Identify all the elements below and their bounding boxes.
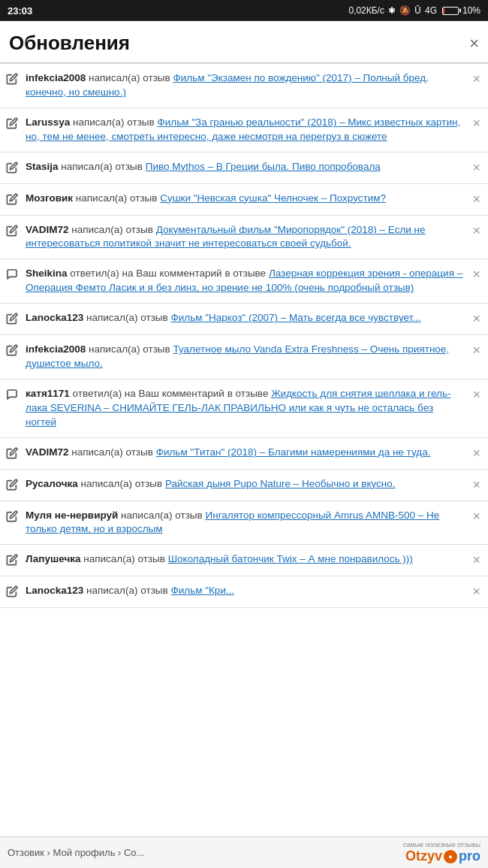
notif-author: Лапушечка <box>26 553 81 564</box>
list-item[interactable]: Sheikina ответил(а) на Ваш комментарий в… <box>0 259 488 304</box>
notif-author: Larussya <box>26 116 70 128</box>
list-item[interactable]: Мозговик написал(а) отзыв Сушки "Невская… <box>0 184 488 216</box>
reply-icon <box>6 268 21 283</box>
reply-icon <box>6 389 21 403</box>
page-title: Обновления <box>9 32 130 55</box>
notif-author: Lanocka123 <box>26 585 83 596</box>
carrier-label: 4G <box>425 5 437 16</box>
notif-action: ответил(а) на Ваш комментарий в отзыве <box>70 388 271 399</box>
list-item[interactable]: Муля не-нервируй написал(а) отзыв Ингаля… <box>0 501 488 546</box>
notif-author: VADIM72 <box>26 224 69 235</box>
notif-author: infekcia2008 <box>26 72 86 83</box>
notif-content: Lanocka123 написал(а) отзыв Фильм "Кри..… <box>26 584 465 598</box>
notif-action: написал(а) отзыв <box>83 585 170 596</box>
dismiss-button[interactable]: × <box>469 161 480 174</box>
edit-icon <box>6 510 21 525</box>
edit-icon <box>6 162 21 176</box>
dismiss-button[interactable]: × <box>469 388 480 401</box>
notif-action: написал(а) отзыв <box>69 224 156 235</box>
notif-author: Муля не-нервируй <box>26 510 118 521</box>
logo-area: самые полезные отзывы Otzyv ● pro <box>403 841 480 864</box>
notif-link[interactable]: Райская дыня Pupo Nature – Необычно и вк… <box>165 478 396 489</box>
list-item[interactable]: Русалочка написал(а) отзыв Райская дыня … <box>0 470 488 501</box>
list-item[interactable]: Lanocka123 написал(а) отзыв Фильм "Нарко… <box>0 304 488 335</box>
bluetooth-icon: ✱ <box>388 5 396 16</box>
notif-author: infekcia2008 <box>26 343 86 355</box>
edit-icon <box>6 585 21 600</box>
notif-link[interactable]: Пиво Mythos – В Греции была. Пиво попроб… <box>146 161 381 172</box>
logo-pro-text: pro <box>459 848 480 864</box>
notif-link[interactable]: Сушки "Невская сушка" Челночек – Похруст… <box>160 192 386 204</box>
notif-link[interactable]: Фильм "Наркоз" (2007) – Мать всегда все … <box>170 312 420 323</box>
notif-action: написал(а) отзыв <box>118 510 205 521</box>
notif-link[interactable]: Фильм "Титан" (2018) – Благими намерения… <box>156 446 431 458</box>
list-item[interactable]: VADIM72 написал(а) отзыв Документальный … <box>0 216 488 260</box>
notif-action: написал(а) отзыв <box>78 478 165 489</box>
logo-tagline: самые полезные отзывы <box>403 841 480 848</box>
notif-content: Larussya написал(а) отзыв Фильм "За гран… <box>26 116 465 144</box>
dismiss-button[interactable]: × <box>469 446 480 460</box>
list-item[interactable]: Stasija написал(а) отзыв Пиво Mythos – В… <box>0 153 488 184</box>
list-item[interactable]: Larussya написал(а) отзыв Фильм "За гран… <box>0 108 488 153</box>
notif-action: написал(а) отзыв <box>86 72 173 83</box>
logo-brand: Otzyv ● pro <box>405 848 480 864</box>
dismiss-button[interactable]: × <box>469 116 480 130</box>
notif-content: Лапушечка написал(а) отзыв Шоколадный ба… <box>26 552 465 567</box>
notif-content: infekcia2008 написал(а) отзыв Фильм "Экз… <box>26 71 465 100</box>
notif-content: Lanocka123 написал(а) отзыв Фильм "Нарко… <box>26 311 465 325</box>
notif-content: Русалочка написал(а) отзыв Райская дыня … <box>26 477 465 491</box>
edit-icon <box>6 73 21 87</box>
notif-link[interactable]: Шоколадный батончик Twix – А мне понрави… <box>168 553 413 564</box>
list-item[interactable]: infekcia2008 написал(а) отзыв Туалетное … <box>0 335 488 380</box>
page-header: Обновления × <box>0 21 488 63</box>
status-bar: 23:03 0,02КБ/с ✱ 🔕 Ȗ 4G 10% <box>0 0 488 21</box>
notif-action: написал(а) отзыв <box>86 343 173 355</box>
dismiss-button[interactable]: × <box>469 72 480 86</box>
list-item[interactable]: VADIM72 написал(а) отзыв Фильм "Титан" (… <box>0 438 488 470</box>
notif-content: infekcia2008 написал(а) отзыв Туалетное … <box>26 343 465 371</box>
edit-icon <box>6 554 21 568</box>
notif-action: написал(а) отзыв <box>83 312 170 323</box>
list-item[interactable]: Лапушечка написал(а) отзыв Шоколадный ба… <box>0 545 488 576</box>
dismiss-button[interactable]: × <box>469 192 480 206</box>
list-item[interactable]: катя1171 ответил(а) на Ваш комментарий в… <box>0 380 488 438</box>
dismiss-button[interactable]: × <box>469 312 480 325</box>
notif-content: VADIM72 написал(а) отзыв Фильм "Титан" (… <box>26 446 465 460</box>
logo-dot: ● <box>444 850 457 863</box>
logo-otzyv-text: Otzyv <box>405 848 442 864</box>
close-button[interactable]: × <box>469 35 479 52</box>
notif-author: Sheikina <box>26 268 68 279</box>
dismiss-button[interactable]: × <box>469 343 480 357</box>
notif-author: Lanocka123 <box>26 312 83 323</box>
notif-content: катя1171 ответил(а) на Ваш комментарий в… <box>26 387 465 430</box>
notif-action: написал(а) отзыв <box>69 446 156 458</box>
edit-icon <box>6 447 21 461</box>
status-right-group: 0,02КБ/с ✱ 🔕 Ȗ 4G 10% <box>348 5 480 16</box>
battery-percent: 10% <box>462 5 480 16</box>
dismiss-button[interactable]: × <box>469 224 480 237</box>
dismiss-button[interactable]: × <box>469 585 480 598</box>
notif-author: VADIM72 <box>26 446 69 458</box>
dismiss-button[interactable]: × <box>469 268 480 281</box>
notif-author: Русалочка <box>26 478 78 489</box>
list-item[interactable]: infekcia2008 написал(а) отзыв Фильм "Экз… <box>0 64 488 108</box>
mute-icon: 🔕 <box>399 5 411 16</box>
list-item[interactable]: Lanocka123 написал(а) отзыв Фильм "Кри..… <box>0 576 488 608</box>
bottom-bar: Отзовик › Мой профиль › Со... самые поле… <box>0 836 488 868</box>
breadcrumb[interactable]: Отзовик › Мой профиль › Со... <box>8 847 144 858</box>
notifications-list: infekcia2008 написал(а) отзыв Фильм "Экз… <box>0 63 488 608</box>
notif-action: написал(а) отзыв <box>73 192 160 204</box>
notif-author: Stasija <box>26 161 59 172</box>
edit-icon <box>6 117 21 132</box>
dismiss-button[interactable]: × <box>469 553 480 567</box>
dismiss-button[interactable]: × <box>469 510 480 523</box>
network-speed: 0,02КБ/с <box>348 5 384 16</box>
notif-action: написал(а) отзыв <box>81 553 168 564</box>
notif-link[interactable]: Фильм "Кри... <box>170 585 234 596</box>
notif-content: Stasija написал(а) отзыв Пиво Mythos – В… <box>26 160 465 174</box>
notif-action: ответил(а) на Ваш комментарий в отзыве <box>68 268 269 279</box>
notif-action: написал(а) отзыв <box>70 116 157 128</box>
status-time: 23:03 <box>8 5 32 17</box>
edit-icon <box>6 479 21 493</box>
dismiss-button[interactable]: × <box>469 478 480 491</box>
